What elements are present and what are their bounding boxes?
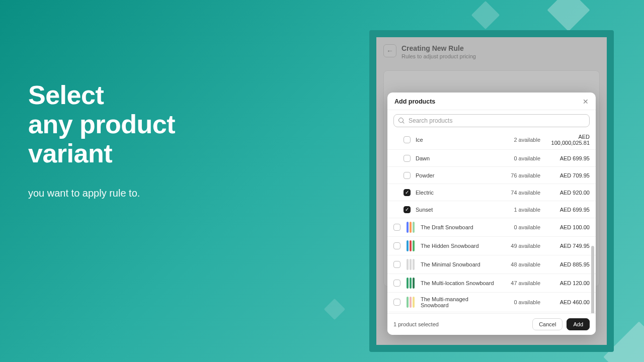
availability-text: 48 available <box>500 261 540 267</box>
product-thumbnail <box>406 278 416 289</box>
item-name: The Minimal Snowboard <box>421 261 495 267</box>
availability-text: 76 available <box>500 172 540 178</box>
variant-row[interactable]: Dawn0 availableAED 699.95 <box>387 150 596 167</box>
checkbox[interactable] <box>393 242 400 249</box>
scrollbar-thumb[interactable] <box>591 246 594 313</box>
screenshot-stage: ← Creating New Rule Rules to adjust prod… <box>369 30 614 352</box>
price-text: AED 709.95 <box>545 172 590 178</box>
availability-text: 2 available <box>500 137 540 143</box>
checkbox[interactable] <box>393 299 400 306</box>
product-thumbnail <box>406 240 416 251</box>
product-row[interactable]: The Multi-location Snowboard47 available… <box>387 274 596 293</box>
product-row[interactable]: The Draft Snowboard0 availableAED 100.00 <box>387 218 596 237</box>
decorative-sparkle <box>547 0 590 31</box>
subheadline: you want to apply rule to. <box>28 188 175 199</box>
product-row[interactable]: The Minimal Snowboard48 availableAED 885… <box>387 255 596 274</box>
add-products-modal: Add products ✕ Ice2 availableAED 100,000… <box>387 93 596 335</box>
cancel-button[interactable]: Cancel <box>532 318 562 330</box>
availability-text: 0 available <box>500 299 540 305</box>
product-thumbnail <box>406 297 416 308</box>
price-text: AED 920.00 <box>545 190 590 196</box>
price-text: AED 100,000,025.81 <box>545 134 590 146</box>
price-text: AED 100.00 <box>545 224 590 230</box>
variant-row[interactable]: Sunset1 availableAED 699.95 <box>387 201 596 218</box>
price-text: AED 885.95 <box>545 261 590 267</box>
product-row[interactable]: The Multi-managed Snowboard0 availableAE… <box>387 293 596 312</box>
selection-count: 1 product selected <box>393 321 439 327</box>
product-thumbnail <box>406 259 416 270</box>
checkbox[interactable] <box>404 172 411 179</box>
headline: Select any product variant <box>28 80 175 168</box>
checkbox[interactable] <box>404 136 411 143</box>
availability-text: 0 available <box>500 224 540 230</box>
availability-text: 0 available <box>500 155 540 161</box>
marketing-canvas: Select any product variant you want to a… <box>0 0 644 362</box>
availability-text: 49 available <box>500 243 540 249</box>
checkbox[interactable] <box>393 224 400 231</box>
item-name: Dawn <box>416 155 495 161</box>
checkbox[interactable] <box>393 280 400 287</box>
modal-header: Add products ✕ <box>387 93 596 110</box>
checkbox[interactable] <box>404 189 411 196</box>
checkbox[interactable] <box>404 155 411 162</box>
marketing-copy: Select any product variant you want to a… <box>28 80 175 199</box>
product-list: Ice2 availableAED 100,000,025.81Dawn0 av… <box>387 130 596 313</box>
item-name: Sunset <box>416 207 495 213</box>
item-name: The Multi-managed Snowboard <box>421 296 495 308</box>
availability-text: 1 available <box>500 207 540 213</box>
item-name: The Multi-location Snowboard <box>421 280 495 286</box>
price-text: AED 460.00 <box>545 299 590 305</box>
variant-row[interactable]: Electric74 availableAED 920.00 <box>387 184 596 201</box>
search-input[interactable] <box>409 117 585 124</box>
close-icon[interactable]: ✕ <box>582 98 590 106</box>
item-name: The Hidden Snowboard <box>421 243 495 249</box>
price-text: AED 699.95 <box>545 207 590 213</box>
price-text: AED 699.95 <box>545 155 590 161</box>
headline-line: any product <box>28 110 175 139</box>
search-input-wrap[interactable] <box>393 114 590 127</box>
product-row[interactable]: The Hidden Snowboard49 availableAED 749.… <box>387 237 596 255</box>
price-text: AED 749.95 <box>545 243 590 249</box>
availability-text: 74 available <box>500 190 540 196</box>
item-name: Powder <box>416 172 495 178</box>
product-row[interactable]: wippy forestAED 5.51 <box>387 312 596 313</box>
item-name: The Draft Snowboard <box>421 224 495 230</box>
headline-line: variant <box>28 139 175 168</box>
item-name: Electric <box>416 190 495 196</box>
headline-line: Select <box>28 80 175 110</box>
checkbox[interactable] <box>404 206 411 213</box>
decorative-sparkle <box>471 1 500 30</box>
variant-row[interactable]: Powder76 availableAED 709.95 <box>387 167 596 184</box>
search-icon <box>398 118 405 124</box>
variant-row[interactable]: Ice2 availableAED 100,000,025.81 <box>387 130 596 150</box>
modal-footer: 1 product selected Cancel Add <box>387 313 596 335</box>
item-name: Ice <box>416 137 495 143</box>
availability-text: 47 available <box>500 280 540 286</box>
add-button[interactable]: Add <box>567 318 590 330</box>
checkbox[interactable] <box>393 261 400 268</box>
decorative-sparkle <box>324 299 345 320</box>
price-text: AED 120.00 <box>545 280 590 286</box>
product-thumbnail <box>406 222 416 233</box>
modal-title: Add products <box>394 98 435 105</box>
